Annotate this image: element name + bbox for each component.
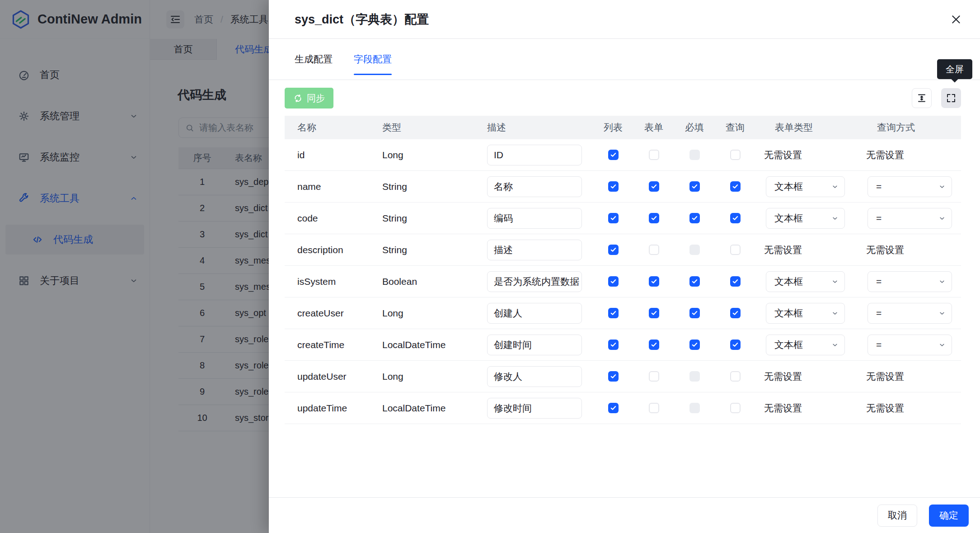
required-checkbox[interactable] bbox=[689, 181, 700, 192]
fullscreen-icon bbox=[946, 93, 957, 104]
cancel-button[interactable]: 取消 bbox=[877, 505, 917, 527]
description-input[interactable]: 修改人 bbox=[487, 366, 582, 387]
tab-field-config[interactable]: 字段配置 bbox=[354, 39, 392, 80]
description-input[interactable]: 编码 bbox=[487, 208, 582, 229]
line-height-icon bbox=[916, 93, 927, 104]
query-checkbox[interactable] bbox=[730, 213, 741, 223]
sync-button[interactable]: 同步 bbox=[285, 88, 333, 108]
select-value: 文本框 bbox=[774, 339, 803, 351]
query-checkbox[interactable] bbox=[730, 245, 741, 255]
form-checkbox[interactable] bbox=[649, 340, 659, 350]
query-type-select[interactable]: = bbox=[867, 335, 952, 355]
form-checkbox[interactable] bbox=[649, 150, 659, 160]
form-checkbox[interactable] bbox=[649, 308, 659, 318]
field-type: Boolean bbox=[380, 276, 485, 287]
form-checkbox[interactable] bbox=[649, 181, 659, 192]
query-checkbox[interactable] bbox=[730, 181, 741, 192]
field-name: createUser bbox=[285, 308, 380, 319]
description-input[interactable]: 修改时间 bbox=[487, 398, 582, 419]
description-input[interactable]: ID bbox=[487, 145, 582, 165]
required-checkbox bbox=[689, 403, 700, 413]
close-button[interactable] bbox=[948, 12, 964, 27]
required-checkbox bbox=[689, 371, 700, 382]
app-root: ContiNew Admin 首页系统管理系统监控系统工具代码生成关于项目 首页… bbox=[0, 0, 980, 533]
fullscreen-tooltip: 全屏 bbox=[937, 59, 972, 79]
query-type-select[interactable]: = bbox=[867, 208, 952, 229]
list-checkbox[interactable] bbox=[608, 403, 619, 413]
form-type-select[interactable]: 文本框 bbox=[766, 176, 845, 197]
field-name: description bbox=[285, 245, 380, 255]
description-input[interactable]: 描述 bbox=[487, 240, 582, 260]
field-row-createTime: createTimeLocalDateTime创建时间文本框= bbox=[285, 329, 961, 361]
description-input[interactable]: 创建人 bbox=[487, 303, 582, 324]
form-type-select[interactable]: 文本框 bbox=[766, 208, 845, 229]
tab-generate-config[interactable]: 生成配置 bbox=[295, 39, 333, 80]
list-checkbox[interactable] bbox=[608, 308, 619, 318]
list-checkbox[interactable] bbox=[608, 340, 619, 350]
required-checkbox[interactable] bbox=[689, 276, 700, 287]
required-checkbox[interactable] bbox=[689, 308, 700, 318]
query-checkbox[interactable] bbox=[730, 403, 741, 413]
query-checkbox[interactable] bbox=[730, 276, 741, 287]
required-checkbox[interactable] bbox=[689, 213, 700, 223]
chevron-down-icon bbox=[938, 183, 946, 190]
query-type-none: 无需设置 bbox=[859, 402, 904, 415]
query-checkbox[interactable] bbox=[730, 308, 741, 318]
form-type-none: 无需设置 bbox=[755, 244, 802, 256]
form-type-none: 无需设置 bbox=[755, 370, 802, 383]
form-type-select[interactable]: 文本框 bbox=[766, 335, 845, 355]
chevron-down-icon bbox=[831, 310, 839, 317]
confirm-button[interactable]: 确定 bbox=[929, 505, 969, 527]
query-checkbox[interactable] bbox=[730, 340, 741, 350]
form-checkbox[interactable] bbox=[649, 276, 659, 287]
form-type-select[interactable]: 文本框 bbox=[766, 303, 845, 324]
query-checkbox[interactable] bbox=[730, 371, 741, 382]
list-checkbox[interactable] bbox=[608, 213, 619, 223]
form-checkbox[interactable] bbox=[649, 403, 659, 413]
description-input[interactable]: 是否为系统内置数据 bbox=[487, 271, 582, 292]
sync-icon bbox=[293, 94, 303, 103]
toolbar-icons bbox=[912, 88, 961, 108]
form-checkbox[interactable] bbox=[649, 213, 659, 223]
select-value: = bbox=[876, 276, 882, 287]
chevron-down-icon bbox=[938, 278, 946, 285]
field-type: String bbox=[380, 245, 485, 255]
col-header-form: 表单 bbox=[633, 121, 674, 134]
field-table-body: idLongID无需设置无需设置nameString名称文本框=codeStri… bbox=[285, 139, 961, 424]
field-row-createUser: createUserLong创建人文本框= bbox=[285, 297, 961, 329]
description-input[interactable]: 创建时间 bbox=[487, 335, 582, 355]
field-row-id: idLongID无需设置无需设置 bbox=[285, 139, 961, 171]
select-value: = bbox=[876, 308, 882, 319]
required-checkbox bbox=[689, 150, 700, 160]
chevron-down-icon bbox=[831, 341, 839, 349]
field-name: code bbox=[285, 213, 380, 224]
form-checkbox[interactable] bbox=[649, 371, 659, 382]
field-name: updateUser bbox=[285, 371, 380, 382]
fullscreen-button[interactable] bbox=[941, 88, 961, 108]
list-checkbox[interactable] bbox=[608, 181, 619, 192]
list-checkbox[interactable] bbox=[608, 150, 619, 160]
chevron-down-icon bbox=[938, 310, 946, 317]
query-type-select[interactable]: = bbox=[867, 176, 952, 197]
description-input[interactable]: 名称 bbox=[487, 176, 582, 197]
required-checkbox[interactable] bbox=[689, 340, 700, 350]
list-checkbox[interactable] bbox=[608, 245, 619, 255]
col-header-form-type: 表单类型 bbox=[755, 121, 859, 134]
col-header-required: 必填 bbox=[674, 121, 715, 134]
query-type-select[interactable]: = bbox=[867, 303, 952, 324]
field-row-code: codeString编码文本框= bbox=[285, 203, 961, 234]
form-type-select[interactable]: 文本框 bbox=[766, 271, 845, 292]
field-type: Long bbox=[380, 150, 485, 160]
chevron-down-icon bbox=[938, 341, 946, 349]
field-type: String bbox=[380, 213, 485, 224]
list-checkbox[interactable] bbox=[608, 371, 619, 382]
query-checkbox[interactable] bbox=[730, 150, 741, 160]
query-type-none: 无需设置 bbox=[859, 244, 904, 256]
field-row-isSystem: isSystemBoolean是否为系统内置数据文本框= bbox=[285, 266, 961, 297]
query-type-select[interactable]: = bbox=[867, 271, 952, 292]
list-checkbox[interactable] bbox=[608, 276, 619, 287]
form-checkbox[interactable] bbox=[649, 245, 659, 255]
field-table-header: 名称 类型 描述 列表 表单 必填 查询 表单类型 查询方式 bbox=[285, 116, 961, 139]
row-height-button[interactable] bbox=[912, 88, 932, 108]
col-header-query-type: 查询方式 bbox=[859, 121, 961, 134]
